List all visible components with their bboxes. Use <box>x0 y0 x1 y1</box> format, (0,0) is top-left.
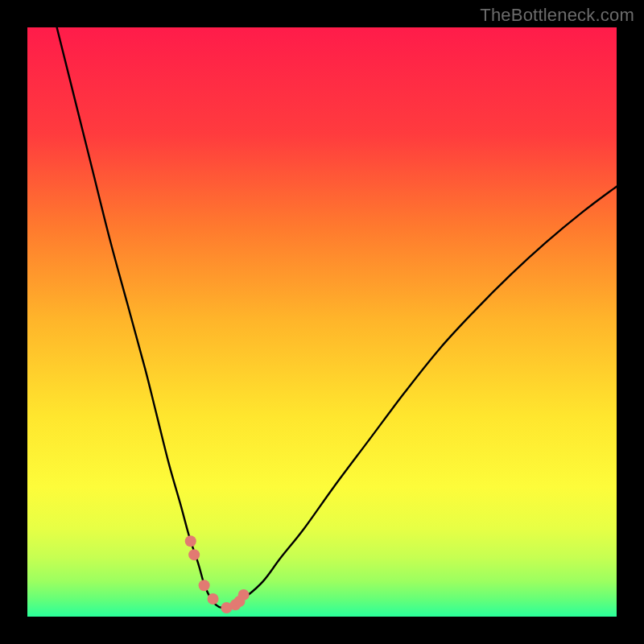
plot-area <box>27 27 617 617</box>
marker-point <box>208 593 219 605</box>
marker-point <box>199 580 210 591</box>
marker-point <box>185 535 196 547</box>
chart-frame: TheBottleneck.com <box>0 0 644 644</box>
chart-svg <box>27 27 617 617</box>
watermark-text: TheBottleneck.com <box>480 5 634 26</box>
marker-point <box>188 549 200 560</box>
gradient-background <box>27 27 617 617</box>
marker-point <box>238 589 250 601</box>
